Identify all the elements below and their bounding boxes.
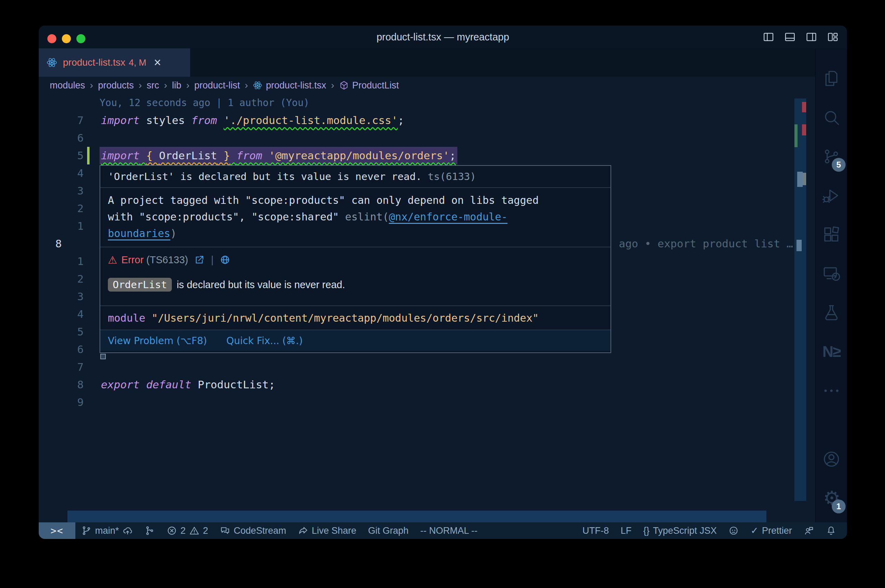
overview-error-mark bbox=[802, 124, 806, 135]
view-problem-link[interactable]: View Problem (⌥F8) bbox=[108, 335, 207, 346]
line-number[interactable]: 3 bbox=[39, 182, 99, 200]
search-button[interactable] bbox=[816, 98, 847, 137]
code-line-content bbox=[99, 393, 102, 411]
hover-resize-grip[interactable] bbox=[100, 354, 106, 359]
remote-explorer-button[interactable] bbox=[816, 254, 847, 293]
settings-gear-button[interactable]: ⚙1 bbox=[816, 478, 847, 518]
toggle-primary-sidebar-icon[interactable] bbox=[763, 31, 774, 43]
horizontal-scrollbar[interactable] bbox=[68, 511, 766, 522]
status-language[interactable]: {}TypeScript JSX bbox=[637, 522, 723, 539]
more-views-button[interactable] bbox=[816, 371, 847, 410]
line-number[interactable]: 3 bbox=[39, 288, 99, 305]
minimize-window-button[interactable] bbox=[62, 34, 71, 43]
vscode-window: product-list.tsx — myreactapp product-li… bbox=[39, 26, 847, 539]
line-number[interactable]: 7 bbox=[39, 112, 99, 129]
line-number[interactable]: 8 bbox=[39, 376, 99, 393]
breadcrumb-item-src[interactable]: src bbox=[147, 80, 159, 91]
breadcrumb-item-product-list-tsx[interactable]: product-list.tsx bbox=[253, 80, 326, 91]
status-bar: >< main*22CodeStreamLive ShareGit Graph-… bbox=[39, 522, 847, 539]
title-bar[interactable]: product-list.tsx — myreactapp bbox=[39, 26, 847, 48]
line-number[interactable]: 4 bbox=[39, 165, 99, 182]
comment-icon bbox=[220, 525, 230, 536]
status-vim-mode[interactable]: -- NORMAL -- bbox=[415, 522, 483, 539]
code-token bbox=[140, 149, 146, 162]
close-tab-icon[interactable]: × bbox=[154, 56, 161, 69]
account-button[interactable] bbox=[816, 440, 847, 478]
line-number[interactable]: 4 bbox=[39, 305, 99, 323]
line-number bbox=[39, 94, 99, 112]
breadcrumb-item-product-list[interactable]: product-list bbox=[194, 80, 240, 91]
breadcrumb-separator: › bbox=[139, 80, 142, 91]
error-docs-globe-icon[interactable] bbox=[220, 255, 230, 265]
code-line[interactable]: 7 bbox=[39, 358, 815, 376]
status-problems[interactable]: 22 bbox=[161, 522, 214, 539]
close-window-button[interactable] bbox=[47, 34, 56, 43]
status-encoding[interactable]: UTF-8 bbox=[577, 522, 615, 539]
line-number[interactable]: 6 bbox=[39, 340, 99, 358]
line-number[interactable]: 7 bbox=[39, 358, 99, 376]
run-debug-button[interactable] bbox=[816, 176, 847, 215]
nx-console-button[interactable]: N≥ bbox=[816, 332, 847, 371]
status-notifications[interactable] bbox=[820, 522, 842, 539]
code-line[interactable]: 8export default ProductList; bbox=[39, 376, 815, 393]
line-number[interactable]: 9 bbox=[39, 393, 99, 411]
code-token: ProductList; bbox=[191, 378, 275, 391]
vertical-scrollbar[interactable] bbox=[795, 99, 806, 501]
warnings-icon bbox=[189, 525, 200, 536]
ts-diagnostic-row: 'OrderList' is declared but its value is… bbox=[100, 166, 610, 188]
status-codestream[interactable]: CodeStream bbox=[214, 522, 292, 539]
activity-bar: 5N≥⚙1 bbox=[815, 48, 847, 522]
git-branch-icon bbox=[81, 525, 92, 536]
code-line[interactable]: 6 bbox=[39, 129, 815, 147]
status-feedback[interactable] bbox=[798, 522, 820, 539]
files-button[interactable] bbox=[816, 59, 847, 98]
code-line[interactable]: 5import { OrderList } from '@myreactapp/… bbox=[39, 147, 815, 165]
open-error-external-icon[interactable] bbox=[194, 255, 205, 265]
blame-row: You, 12 seconds ago | 1 author (You) bbox=[39, 94, 815, 112]
error-detail-section: ⚠ Error (TS6133) | OrderList is declared… bbox=[100, 248, 610, 306]
breadcrumb-item-productlist[interactable]: ProductList bbox=[339, 80, 399, 91]
code-token: from bbox=[191, 114, 217, 126]
status-compare-branch[interactable] bbox=[139, 522, 161, 539]
breadcrumb-item-modules[interactable]: modules bbox=[50, 80, 85, 91]
module-keyword: module bbox=[108, 312, 145, 324]
status-prettier[interactable]: ✓Prettier bbox=[745, 522, 798, 539]
status-git-graph[interactable]: Git Graph bbox=[362, 522, 415, 539]
tab-product-list[interactable]: product-list.tsx 4, M × bbox=[39, 48, 190, 77]
zoom-window-button[interactable] bbox=[77, 34, 86, 43]
code-token: import bbox=[101, 114, 140, 126]
breadcrumb: modules›products›src›lib›product-list›pr… bbox=[39, 77, 815, 94]
breadcrumb-item-lib[interactable]: lib bbox=[172, 80, 182, 91]
status-live-share[interactable]: Live Share bbox=[292, 522, 362, 539]
quick-fix-link[interactable]: Quick Fix... (⌘.) bbox=[227, 335, 303, 346]
line-number[interactable]: 5 bbox=[39, 147, 99, 165]
line-number[interactable]: 5 bbox=[39, 323, 99, 340]
line-number[interactable]: 2 bbox=[39, 270, 99, 288]
line-number[interactable]: 6 bbox=[39, 129, 99, 147]
status-eol-label: LF bbox=[621, 525, 632, 536]
code-token: OrderList bbox=[159, 149, 217, 162]
code-line-content: import { OrderList } from '@myreactapp/m… bbox=[99, 147, 457, 165]
line-number[interactable]: 8 bbox=[39, 235, 99, 252]
breadcrumb-item-products[interactable]: products bbox=[98, 80, 134, 91]
code-line[interactable]: 7import styles from './product-list.modu… bbox=[39, 112, 815, 129]
test-button[interactable] bbox=[816, 293, 847, 332]
toggle-secondary-sidebar-icon[interactable] bbox=[805, 31, 817, 43]
status-git-branch[interactable]: main* bbox=[75, 522, 139, 539]
remote-indicator[interactable]: >< bbox=[39, 522, 75, 539]
inline-blame-annotation: ago • export product list … bbox=[619, 235, 793, 252]
toggle-panel-icon[interactable] bbox=[784, 31, 796, 43]
line-number[interactable]: 2 bbox=[39, 200, 99, 217]
status-github[interactable] bbox=[723, 522, 745, 539]
customize-layout-icon[interactable] bbox=[827, 31, 839, 43]
error-warning-icon: ⚠ bbox=[108, 254, 117, 266]
code-line[interactable]: 9 bbox=[39, 393, 815, 411]
badge-count: 1 bbox=[832, 500, 846, 513]
extensions-button[interactable] bbox=[816, 215, 847, 254]
status-right-group: UTF-8LF{}TypeScript JSX✓Prettier bbox=[577, 522, 847, 539]
line-number[interactable]: 1 bbox=[39, 217, 99, 235]
line-number[interactable]: 1 bbox=[39, 252, 99, 270]
compare-branch-icon bbox=[144, 525, 155, 536]
source-control-button[interactable]: 5 bbox=[816, 137, 847, 176]
status-eol[interactable]: LF bbox=[615, 522, 637, 539]
